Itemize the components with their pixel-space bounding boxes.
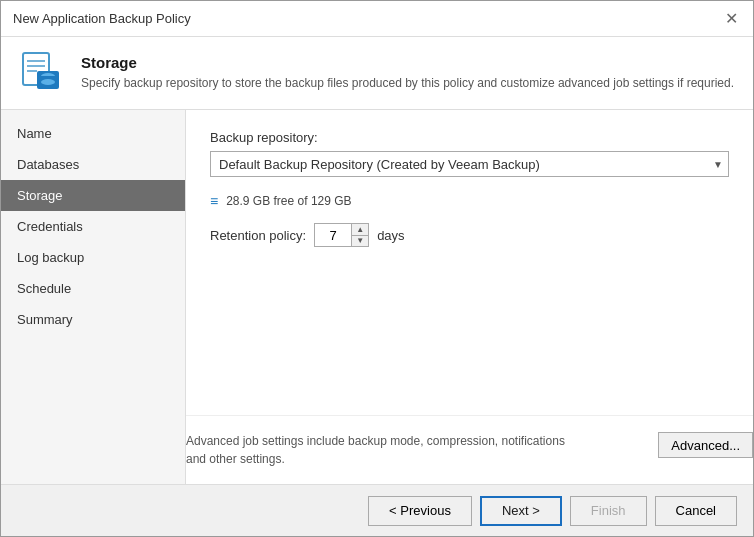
retention-value-input[interactable] [315, 224, 351, 246]
backup-repository-dropdown[interactable]: Default Backup Repository (Created by Ve… [210, 151, 729, 177]
cancel-button[interactable]: Cancel [655, 496, 737, 526]
previous-button[interactable]: < Previous [368, 496, 472, 526]
retention-label: Retention policy: [210, 228, 306, 243]
content-area: Name Databases Storage Credentials Log b… [1, 110, 753, 484]
close-button[interactable]: ✕ [721, 9, 741, 29]
days-label: days [377, 228, 404, 243]
header-text: Storage Specify backup repository to sto… [81, 54, 734, 92]
sidebar-item-name[interactable]: Name [1, 118, 185, 149]
main-panel: Backup repository: Default Backup Reposi… [186, 110, 753, 484]
storage-info: ≡ 28.9 GB free of 129 GB [210, 193, 729, 209]
advanced-button[interactable]: Advanced... [658, 432, 753, 458]
footer: < Previous Next > Finish Cancel [1, 484, 753, 536]
storage-header-icon [17, 49, 65, 97]
svg-point-7 [41, 79, 55, 85]
retention-row: Retention policy: ▲ ▼ days [210, 223, 729, 247]
finish-button[interactable]: Finish [570, 496, 647, 526]
spinner-down-button[interactable]: ▼ [352, 236, 368, 247]
backup-repository-dropdown-wrapper: Default Backup Repository (Created by Ve… [210, 151, 729, 177]
spinner-up-button[interactable]: ▲ [352, 224, 368, 236]
retention-spinner: ▲ ▼ [314, 223, 369, 247]
storage-lines-icon: ≡ [210, 193, 218, 209]
sidebar-item-schedule[interactable]: Schedule [1, 273, 185, 304]
header-description: Specify backup repository to store the b… [81, 75, 734, 92]
title-bar: New Application Backup Policy ✕ [1, 1, 753, 37]
next-button[interactable]: Next > [480, 496, 562, 526]
header-title: Storage [81, 54, 734, 71]
spinner-buttons: ▲ ▼ [351, 224, 368, 246]
advanced-section: Advanced job settings include backup mod… [186, 415, 753, 484]
sidebar-item-databases[interactable]: Databases [1, 149, 185, 180]
sidebar-item-credentials[interactable]: Credentials [1, 211, 185, 242]
storage-free-text: 28.9 GB free of 129 GB [226, 194, 351, 208]
sidebar-item-summary[interactable]: Summary [1, 304, 185, 335]
sidebar-item-storage[interactable]: Storage [1, 180, 185, 211]
header-section: Storage Specify backup repository to sto… [1, 37, 753, 110]
advanced-info-text: Advanced job settings include backup mod… [186, 432, 566, 468]
backup-repository-label: Backup repository: [210, 130, 729, 145]
sidebar: Name Databases Storage Credentials Log b… [1, 110, 186, 484]
dialog-title: New Application Backup Policy [13, 11, 191, 26]
top-fields: Backup repository: Default Backup Reposi… [210, 130, 729, 177]
sidebar-item-log-backup[interactable]: Log backup [1, 242, 185, 273]
new-application-backup-policy-dialog: New Application Backup Policy ✕ Storage … [0, 0, 754, 537]
